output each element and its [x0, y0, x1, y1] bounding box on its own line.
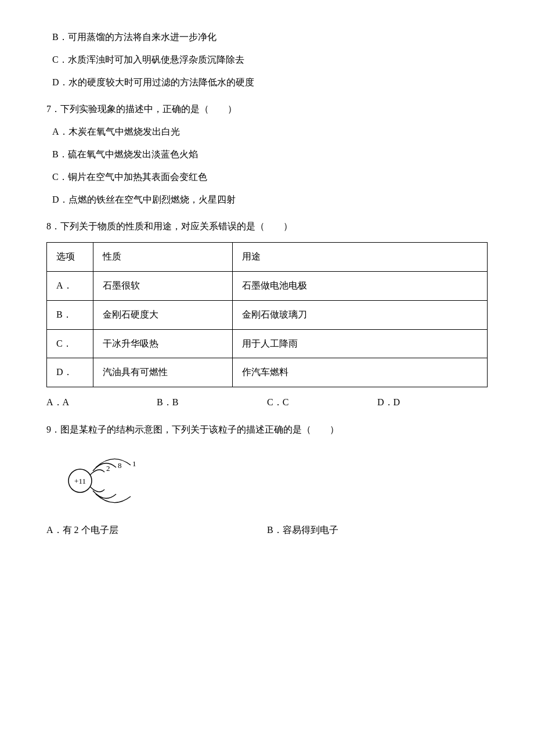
svg-text:8: 8 — [118, 461, 122, 470]
atom-diagram: +11 2 8 1 — [58, 455, 151, 507]
q8-answer-B: B．B — [157, 394, 267, 411]
q7-option-B: B．硫在氧气中燃烧发出淡蓝色火焰 — [46, 146, 488, 163]
q7-option-D: D．点燃的铁丝在空气中剧烈燃烧，火星四射 — [46, 192, 488, 208]
q6-option-D: D．水的硬度较大时可用过滤的方法降低水的硬度 — [46, 74, 488, 91]
question-9: 9．图是某粒子的结构示意图，下列关于该粒子的描述正确的是（ ） +11 2 8 … — [46, 422, 488, 539]
table-cell-0-2: 石墨做电池电极 — [233, 271, 488, 300]
q8-answer-D: D．D — [377, 394, 488, 411]
table-header-property: 性质 — [93, 243, 233, 272]
q9-title: 9．图是某粒子的结构示意图，下列关于该粒子的描述正确的是（ ） — [46, 422, 488, 438]
table-cell-0-1: 石墨很软 — [93, 271, 233, 300]
q9-option-A: A．有 2 个电子层 — [46, 522, 267, 539]
table-header-usage: 用途 — [233, 243, 488, 272]
table-cell-3-0: D． — [47, 358, 93, 387]
table-header-option: 选项 — [47, 243, 93, 272]
q8-table: 选项 性质 用途 A．石墨很软石墨做电池电极B．金刚石硬度大金刚石做玻璃刀C．干… — [46, 242, 488, 387]
question-8: 8．下列关于物质的性质和用途，对应关系错误的是（ ） 选项 性质 用途 A．石墨… — [46, 218, 488, 411]
q7-option-C: C．铜片在空气中加热其表面会变红色 — [46, 169, 488, 186]
q6-option-C: C．水质浑浊时可加入明矾使悬浮杂质沉降除去 — [46, 52, 488, 69]
table-cell-1-2: 金刚石做玻璃刀 — [233, 300, 488, 329]
table-cell-3-2: 作汽车燃料 — [233, 358, 488, 387]
svg-text:+11: +11 — [74, 477, 86, 485]
question-7: 7．下列实验现象的描述中，正确的是（ ） A．木炭在氧气中燃烧发出白光 B．硫在… — [46, 101, 488, 208]
table-row: A．石墨很软石墨做电池电极 — [47, 271, 488, 300]
table-cell-1-1: 金刚石硬度大 — [93, 300, 233, 329]
table-row: D．汽油具有可燃性作汽车燃料 — [47, 358, 488, 387]
question-6-options: B．可用蒸馏的方法将自来水进一步净化 C．水质浑浊时可加入明矾使悬浮杂质沉降除去… — [46, 29, 488, 91]
svg-text:1: 1 — [132, 459, 136, 468]
q8-title: 8．下列关于物质的性质和用途，对应关系错误的是（ ） — [46, 218, 488, 235]
table-cell-2-1: 干冰升华吸热 — [93, 329, 233, 358]
atom-svg: +11 2 8 1 — [58, 455, 151, 507]
table-row: C．干冰升华吸热用于人工降雨 — [47, 329, 488, 358]
q8-answer-row: A．A B．B C．C D．D — [46, 394, 488, 411]
q7-option-A: A．木炭在氧气中燃烧发出白光 — [46, 124, 488, 141]
q6-option-B: B．可用蒸馏的方法将自来水进一步净化 — [46, 29, 488, 46]
q9-options: A．有 2 个电子层 B．容易得到电子 — [46, 522, 488, 539]
table-cell-3-1: 汽油具有可燃性 — [93, 358, 233, 387]
q9-option-B: B．容易得到电子 — [267, 522, 488, 539]
svg-text:2: 2 — [106, 464, 110, 473]
table-cell-2-0: C． — [47, 329, 93, 358]
table-cell-1-0: B． — [47, 300, 93, 329]
table-cell-0-0: A． — [47, 271, 93, 300]
q8-answer-A: A．A — [46, 394, 157, 411]
table-row: B．金刚石硬度大金刚石做玻璃刀 — [47, 300, 488, 329]
table-cell-2-2: 用于人工降雨 — [233, 329, 488, 358]
q8-answer-C: C．C — [267, 394, 377, 411]
q7-title: 7．下列实验现象的描述中，正确的是（ ） — [46, 101, 488, 118]
